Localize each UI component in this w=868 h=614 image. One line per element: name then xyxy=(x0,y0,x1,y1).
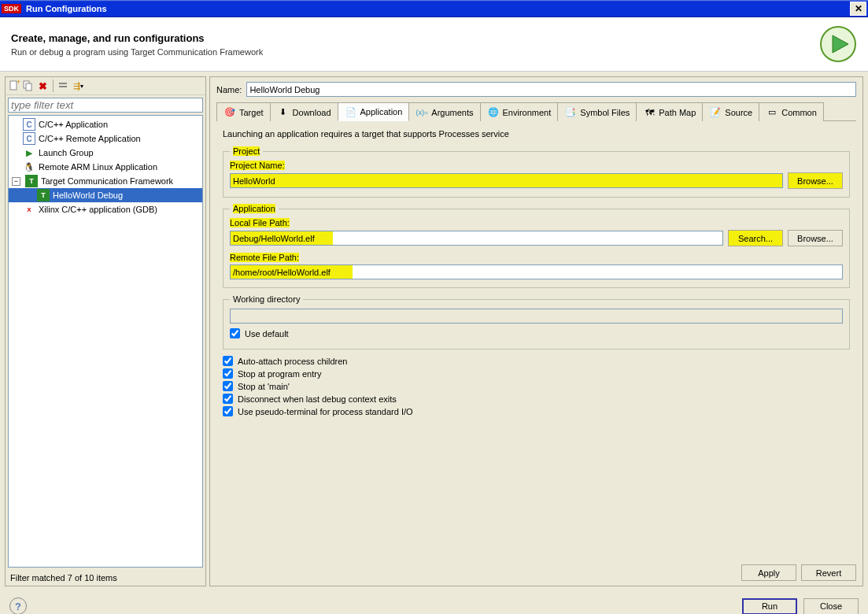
name-label: Name: xyxy=(216,85,242,94)
search-button[interactable]: Search... xyxy=(728,230,783,246)
filter-input[interactable] xyxy=(8,98,203,113)
auto-attach-label: Auto-attach process children xyxy=(238,357,347,366)
expander-minus-icon[interactable]: − xyxy=(12,177,20,186)
tab-bar: 🎯Target ⬇Download 📄Application (x)=Argum… xyxy=(216,102,856,121)
disconnect-label: Disconnect when last debug context exits xyxy=(238,394,397,404)
tree-item-c-remote-application[interactable]: C C/C++ Remote Application xyxy=(9,131,202,146)
tree-item-xilinx-gdb[interactable]: X Xilinx C/C++ application (GDB) xyxy=(9,202,202,216)
use-default-label: Use default xyxy=(245,329,289,338)
collapse-all-button[interactable] xyxy=(57,80,70,92)
sdk-badge: SDK xyxy=(2,4,21,13)
tab-source[interactable]: 📝Source xyxy=(702,102,759,121)
penguin-icon: 🐧 xyxy=(23,161,35,173)
tab-environment[interactable]: 🌐Environment xyxy=(480,102,559,121)
tab-label: Application xyxy=(360,107,403,117)
revert-button[interactable]: Revert xyxy=(801,564,856,581)
duplicate-button[interactable] xyxy=(22,80,35,92)
header-subtitle: Run or debug a program using Target Comm… xyxy=(11,47,819,57)
stop-main-checkbox[interactable] xyxy=(223,381,233,391)
environment-icon: 🌐 xyxy=(487,106,500,119)
main-area: + ✖ ⇶▾ C C/C++ Application C C/C++ Remot… xyxy=(0,72,868,591)
tree-label: Launch Group xyxy=(39,148,94,157)
filter-status: Filter matched 7 of 10 items xyxy=(6,570,205,586)
tree-item-c-application[interactable]: C C/C++ Application xyxy=(9,117,202,131)
stop-entry-checkbox[interactable] xyxy=(223,368,233,379)
project-name-input[interactable] xyxy=(230,173,783,188)
project-legend: Project xyxy=(233,146,260,156)
right-panel: Name: 🎯Target ⬇Download 📄Application (x)… xyxy=(209,76,863,586)
left-toolbar: + ✖ ⇶▾ xyxy=(6,77,205,95)
auto-attach-checkbox[interactable] xyxy=(223,356,233,366)
apply-button[interactable]: Apply xyxy=(741,564,796,581)
svg-text:+: + xyxy=(17,80,20,86)
tree-item-helloworld-debug[interactable]: T HelloWorld Debug xyxy=(9,188,202,202)
tree-label: Remote ARM Linux Application xyxy=(39,162,157,172)
footer: ? Run Close xyxy=(0,591,868,614)
download-icon: ⬇ xyxy=(277,106,290,119)
pseudo-terminal-label: Use pseudo-terminal for process standard… xyxy=(238,407,413,416)
tree-label: Target Communication Framework xyxy=(41,176,173,186)
tab-common[interactable]: ▭Common xyxy=(759,102,824,121)
close-button[interactable]: Close xyxy=(803,598,859,615)
project-name-label: Project Name: xyxy=(230,161,843,170)
disconnect-checkbox[interactable] xyxy=(223,394,233,404)
left-panel: + ✖ ⇶▾ C C/C++ Application C C/C++ Remot… xyxy=(5,76,206,586)
project-browse-button[interactable]: Browse... xyxy=(788,172,843,189)
chevron-down-icon: ▾ xyxy=(80,83,83,90)
tree-label: Xilinx C/C++ application (GDB) xyxy=(39,205,157,214)
arguments-icon: (x)= xyxy=(416,106,428,119)
new-config-button[interactable]: + xyxy=(8,80,20,92)
delete-button[interactable]: ✖ xyxy=(36,80,49,92)
help-icon: ? xyxy=(15,601,21,612)
tab-label: Environment xyxy=(503,108,552,117)
tab-label: Source xyxy=(725,108,752,117)
header-title: Create, manage, and run configurations xyxy=(11,32,819,44)
common-icon: ▭ xyxy=(766,106,778,119)
use-default-checkbox[interactable] xyxy=(230,328,240,338)
pathmap-icon: 🗺 xyxy=(643,106,656,119)
header-text: Create, manage, and run configurations R… xyxy=(11,32,819,57)
tab-arguments[interactable]: (x)=Arguments xyxy=(408,102,480,121)
pseudo-terminal-checkbox[interactable] xyxy=(223,406,233,416)
tab-symbol-files[interactable]: 📑Symbol Files xyxy=(557,102,637,121)
tab-label: Arguments xyxy=(431,108,473,117)
tab-application[interactable]: 📄Application xyxy=(338,102,410,121)
tab-label: Target xyxy=(239,108,264,117)
titlebar: SDK Run Configurations ✕ xyxy=(0,0,868,17)
tree-item-launch-group[interactable]: ▶ Launch Group xyxy=(9,146,202,160)
tab-path-map[interactable]: 🗺Path Map xyxy=(636,102,703,121)
tree-label: C/C++ Remote Application xyxy=(39,134,141,143)
workdir-legend: Working directory xyxy=(230,294,303,304)
help-button[interactable]: ? xyxy=(9,597,27,614)
filter-dropdown-button[interactable]: ⇶▾ xyxy=(72,80,84,92)
gdb-icon: X xyxy=(23,203,35,216)
run-icon xyxy=(819,25,857,63)
run-button[interactable]: Run xyxy=(742,598,797,615)
symbol-icon: 📑 xyxy=(564,106,577,119)
c-icon: C xyxy=(23,132,35,145)
project-fieldset: Project Project Name: Browse... xyxy=(223,146,850,198)
config-tree: C C/C++ Application C C/C++ Remote Appli… xyxy=(8,115,203,568)
play-icon: ▶ xyxy=(23,146,35,159)
local-path-input[interactable] xyxy=(230,231,723,246)
header: Create, manage, and run configurations R… xyxy=(0,17,868,72)
c-icon: C xyxy=(23,118,35,131)
remote-path-input[interactable] xyxy=(230,264,843,279)
tree-item-remote-arm-linux[interactable]: 🐧 Remote ARM Linux Application xyxy=(9,160,202,174)
svg-rect-5 xyxy=(26,83,31,91)
svg-rect-6 xyxy=(59,83,67,84)
tree-item-tcf[interactable]: − T Target Communication Framework xyxy=(9,174,202,188)
window-title: Run Configurations xyxy=(26,4,850,13)
info-text: Launching an application requires a targ… xyxy=(223,129,850,139)
tree-label: C/C++ Application xyxy=(39,120,108,129)
local-browse-button[interactable]: Browse... xyxy=(788,230,843,246)
name-input[interactable] xyxy=(246,82,856,97)
tab-target[interactable]: 🎯Target xyxy=(216,102,271,121)
delete-icon: ✖ xyxy=(39,80,47,92)
tcf-icon: T xyxy=(25,175,38,187)
application-icon: 📄 xyxy=(345,105,357,118)
filter-icon: ⇶ xyxy=(73,81,80,91)
remote-path-label: Remote File Path: xyxy=(230,253,843,262)
tab-download[interactable]: ⬇Download xyxy=(270,102,338,121)
window-close-button[interactable]: ✕ xyxy=(850,2,866,16)
